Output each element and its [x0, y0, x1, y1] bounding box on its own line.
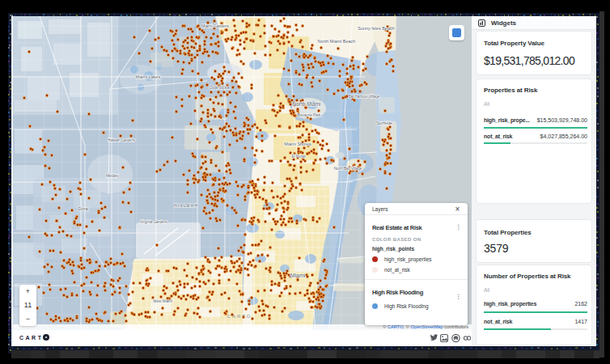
svg-text:Miami Lakes: Miami Lakes — [136, 74, 161, 79]
svg-text:Hialeah Gardens: Hialeah Gardens — [108, 138, 136, 142]
svg-text:Miami: Miami — [290, 273, 306, 278]
svg-text:North Miami Beach: North Miami Beach — [318, 39, 356, 44]
svg-text:Biscayne Park: Biscayne Park — [298, 113, 322, 117]
svg-text:North Miami: North Miami — [292, 101, 320, 107]
svg-text:HIALEAH: HIALEAH — [174, 203, 199, 208]
svg-text:Sunny Isles Beach: Sunny Isles Beach — [358, 26, 395, 31]
svg-text:Bal Harbour Village: Bal Harbour Village — [349, 95, 380, 99]
svg-text:Miami Shores: Miami Shores — [284, 142, 311, 146]
svg-text:West Miami: West Miami — [153, 299, 172, 303]
svg-text:CARTO: CARTO — [227, 314, 252, 319]
svg-text:Surfside: Surfside — [376, 121, 392, 125]
svg-text:Miami Gardens: Miami Gardens — [201, 23, 229, 28]
svg-text:Doral: Doral — [78, 206, 88, 211]
svg-text:North Bay Village: North Bay Village — [334, 167, 362, 171]
svg-text:Virginia Gardens: Virginia Gardens — [140, 220, 167, 224]
svg-text:El Portal: El Portal — [291, 154, 305, 159]
svg-text:Medley: Medley — [106, 173, 120, 178]
svg-text:Opa-locka: Opa-locka — [209, 85, 230, 90]
